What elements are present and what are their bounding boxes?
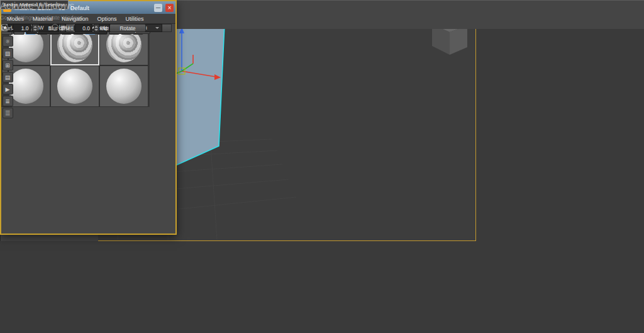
me-menu-options[interactable]: Options bbox=[93, 14, 121, 23]
blur-offset-field[interactable]: 0.0 bbox=[75, 24, 92, 32]
backlight-icon[interactable]: ☼ bbox=[3, 36, 13, 47]
material-options-icon[interactable]: ≣ bbox=[3, 96, 13, 106]
blur-field[interactable]: 1.0 bbox=[13, 24, 31, 32]
blur-label: Blur: bbox=[1, 25, 12, 31]
tooltip: Assign Material to Selection bbox=[0, 0, 69, 9]
material-editor-menubar: Modes Material Navigation Options Utilit… bbox=[1, 14, 175, 24]
material-editor-side-tools: ○ ☼ ▨ ⊞ ▤ ▶ ≣ ☰ bbox=[1, 24, 14, 118]
me-menu-material[interactable]: Material bbox=[28, 14, 57, 23]
make-preview-icon[interactable]: ▶ bbox=[3, 84, 13, 94]
close-button[interactable]: × bbox=[165, 4, 174, 12]
material-sphere bbox=[106, 69, 142, 104]
video-color-check-icon[interactable]: ▤ bbox=[3, 72, 13, 82]
background-icon[interactable]: ▨ bbox=[3, 48, 13, 59]
sample-tiling-icon[interactable]: ⊞ bbox=[3, 60, 13, 71]
material-sphere bbox=[57, 69, 92, 104]
sample-slot-5[interactable] bbox=[50, 65, 99, 107]
rotate-button[interactable]: Rotate bbox=[109, 24, 146, 32]
sample-slot-6[interactable] bbox=[99, 65, 148, 107]
blur-spinner[interactable] bbox=[32, 24, 38, 32]
blur-row: Blur: 1.0 Blur offset: 0.0 Rotate bbox=[1, 24, 146, 32]
blur-offset-spinner[interactable] bbox=[94, 24, 99, 32]
material-editor-window: 3 Material Editor - 02 - Default — × Mod… bbox=[0, 0, 177, 235]
blur-offset-label: Blur offset: bbox=[48, 25, 73, 31]
me-menu-utilities[interactable]: Utilities bbox=[121, 14, 148, 23]
me-menu-modes[interactable]: Modes bbox=[3, 14, 28, 23]
material-navigator-icon[interactable]: ☰ bbox=[3, 108, 13, 118]
me-menu-navigation[interactable]: Navigation bbox=[57, 14, 93, 23]
minimize-button[interactable]: — bbox=[154, 4, 162, 12]
application-window: File Edit Tools Group Views Create Modif… bbox=[0, 0, 644, 333]
sample-slots bbox=[1, 24, 150, 107]
